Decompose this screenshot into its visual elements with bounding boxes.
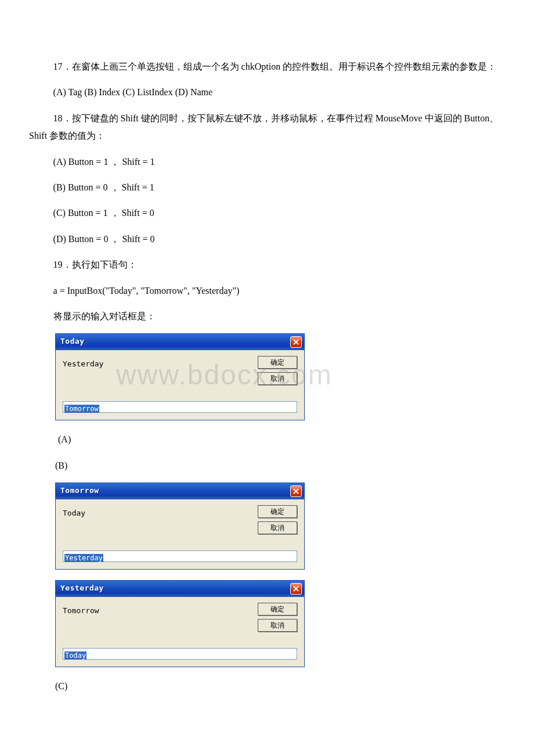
title-text: Yesterday [60,581,104,596]
title-text: Today [60,334,85,349]
q19-code: a = InputBox("Today", "Tomorrow", "Yeste… [29,282,505,300]
default-input[interactable]: Tomorrow [63,401,297,413]
q19-intro: 19．执行如下语句： [29,256,505,273]
close-button[interactable] [290,336,302,348]
ok-button[interactable]: 确定 [258,603,297,615]
label-a: (A) [58,431,505,448]
close-button[interactable] [290,485,302,497]
q19-tail: 将显示的输入对话框是： [29,308,505,325]
dialog-body: Today 确定 取消 Yesterday [56,499,304,569]
close-icon [293,339,300,345]
titlebar[interactable]: Tomorrow [56,483,304,499]
dialog-body: Tomorrow 确定 取消 Today [56,597,304,667]
inputbox-dialog-a: Today Yesterday 确定 取消 Tomorrow [55,333,305,420]
q17-options: (A) Tag (B) Index (C) ListIndex (D) Name [29,84,505,101]
close-icon [293,585,300,592]
cancel-button[interactable]: 取消 [258,619,297,632]
close-icon [293,488,300,495]
default-input[interactable]: Today [63,648,297,660]
q18-opt-d: (D) Button = 0 ， Shift = 0 [29,231,505,248]
inputbox-dialog-c: Yesterday Tomorrow 确定 取消 Today [55,580,305,667]
q18-opt-a: (A) Button = 1 ， Shift = 1 [29,153,505,171]
cancel-button[interactable]: 取消 [258,521,297,534]
titlebar[interactable]: Yesterday [56,581,304,597]
cancel-button[interactable]: 取消 [258,372,297,385]
prompt-text: Today [63,505,85,534]
q18-opt-c: (C) Button = 1 ， Shift = 0 [29,204,505,222]
titlebar[interactable]: Today [56,334,304,350]
prompt-text: Tomorrow [63,603,99,632]
close-button[interactable] [290,583,302,595]
dialog-body: Yesterday 确定 取消 Tomorrow [56,350,304,420]
prompt-text: Yesterday [63,356,103,385]
label-c: (C) [55,678,505,695]
default-input[interactable]: Yesterday [63,550,297,562]
title-text: Tomorrow [60,484,99,498]
ok-button[interactable]: 确定 [258,356,297,369]
q17-text: 17．在窗体上画三个单选按钮，组成一个名为 chkOption 的控件数组。用于… [29,58,505,75]
inputbox-dialog-b: Tomorrow Today 确定 取消 Yesterday [55,483,305,570]
q18-opt-b: (B) Button = 0 ， Shift = 1 [29,179,505,196]
ok-button[interactable]: 确定 [258,505,297,518]
q18-text: 18．按下键盘的 Shift 键的同时，按下鼠标左键不放，并移动鼠标，在事件过程… [29,110,505,145]
label-b: (B) [55,457,505,474]
